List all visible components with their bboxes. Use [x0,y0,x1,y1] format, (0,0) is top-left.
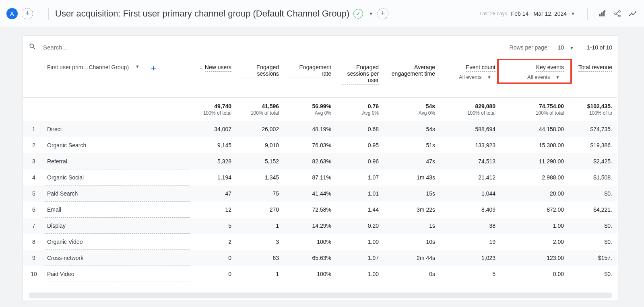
col-total-revenue[interactable]: Total revenue [569,59,617,98]
cell-avg-eng-time: 10s [384,234,440,250]
cell-total-revenue: $19,386. [569,137,617,153]
col-engaged-sessions[interactable]: Engaged sessions [236,59,284,98]
cell-engagement-rate: 87.11% [284,169,336,185]
cell-engaged-per-user: 0.20 [336,218,384,234]
table-scroll-region[interactable]: First user prim…Channel Group) ▼ + ↓New … [23,59,618,288]
rows-per-page-select[interactable]: 10 ▼ [558,44,578,51]
cell-avg-eng-time: 15s [384,185,440,202]
col-engagement-rate[interactable]: Engagement rate [284,59,336,98]
cell-event-count: 1,044 [440,185,500,202]
cell-event-count: 588,694 [440,121,500,137]
chevron-down-icon: ▼ [571,11,575,16]
dimension-value: Organic Search [45,137,190,153]
svg-point-11 [635,11,636,12]
svg-rect-0 [599,14,601,16]
cell-engaged-sessions: 3 [236,234,284,250]
cell-event-count: 19 [440,234,500,250]
add-comparison-button[interactable]: + [22,8,33,19]
cell-new-users: 2 [190,234,236,250]
cell-event-count: 74,513 [440,153,500,169]
col-engaged-per-user[interactable]: Engaged sessions per user [336,59,384,98]
cell-engaged-sessions: 1 [236,266,284,282]
date-range-value: Feb 14 - Mar 12, 2024 [511,10,567,17]
cell-engaged-per-user: 1.01 [336,185,384,202]
add-element-button[interactable]: + [377,8,388,19]
cell-key-events: 44,158.00 [500,121,569,137]
rows-per-page-label: Rows per page: [510,44,549,51]
avatar[interactable]: A [6,8,18,19]
page-range: 1-10 of 10 [587,44,612,51]
cell-engagement-rate: 48.19% [284,121,336,137]
cell-avg-eng-time: 54s [384,121,440,137]
cell-avg-eng-time: 0s [384,266,440,282]
cell-key-events: 1.00 [500,218,569,234]
cell-engaged-per-user: 1.44 [336,202,384,218]
cell-new-users: 12 [190,202,236,218]
chevron-down-icon: ▼ [487,75,491,80]
idx: 1 [23,121,45,137]
header-index [23,59,45,98]
plus-icon: + [381,9,385,18]
dimension-value: Organic Social [45,169,190,185]
svg-point-8 [629,15,630,16]
sort-arrow-icon: ↓ [200,64,202,70]
cell-engagement-rate: 100% [284,234,336,250]
data-table: First user prim…Channel Group) ▼ + ↓New … [23,59,618,282]
cell-key-events: 0.00 [500,266,569,282]
horizontal-scrollbar[interactable] [29,293,612,298]
dimension-value: Email [45,202,190,218]
cell-engagement-rate: 65.63% [284,250,336,266]
cell-new-users: 1,194 [190,169,236,185]
cell-key-events: 872.00 [500,202,569,218]
dimension-header[interactable]: First user prim…Channel Group) ▼ + [45,59,190,98]
cell-engagement-rate: 72.58% [284,202,336,218]
col-new-users[interactable]: ↓New users [190,59,236,98]
status-verified-icon[interactable]: ✓ [353,9,363,19]
dimension-value: Paid Video [45,266,190,282]
idx: 2 [23,137,45,153]
cell-avg-eng-time: 51s [384,137,440,153]
cell-total-revenue: $0. [569,266,617,282]
cell-avg-eng-time: 3m 22s [384,202,440,218]
idx: 7 [23,218,45,234]
cell-total-revenue: $157. [569,250,617,266]
date-range-picker[interactable]: Last 28 days Feb 14 - Mar 12, 2024 ▼ [480,10,579,17]
svg-point-9 [631,13,632,14]
dimension-value: Cross-network [45,250,190,266]
share-icon[interactable] [613,10,621,18]
divider [48,8,49,20]
idx: 3 [23,153,45,169]
cell-engaged-sessions: 1 [236,218,284,234]
cell-engaged-per-user: 1.07 [336,169,384,185]
cell-engaged-per-user: 1.00 [336,234,384,250]
cell-new-users: 47 [190,185,236,202]
cell-total-revenue: $2,425. [569,153,617,169]
top-bar: A + User acquisition: First user primary… [0,0,644,27]
svg-line-6 [616,12,619,13]
col-event-count[interactable]: Event count All events ▼ [440,59,500,98]
idx: 4 [23,169,45,185]
search-input[interactable] [43,44,510,51]
cell-engagement-rate: 100% [284,266,336,282]
cell-key-events: 2,988.00 [500,169,569,185]
cell-engaged-per-user: 1.97 [336,250,384,266]
cell-event-count: 133,923 [440,137,500,153]
add-dimension-icon[interactable]: + [151,64,156,73]
chevron-down-icon: ▼ [570,45,574,50]
svg-rect-1 [601,12,603,16]
cell-engaged-sessions: 1,345 [236,169,284,185]
cell-avg-eng-time: 1s [384,218,440,234]
cell-total-revenue: $4,221. [569,202,617,218]
cell-event-count: 1,023 [440,250,500,266]
insights-icon[interactable] [629,10,637,18]
cell-avg-eng-time: 2m 44s [384,250,440,266]
cell-new-users: 0 [190,250,236,266]
idx: 8 [23,234,45,250]
cell-total-revenue: $1,508. [569,169,617,185]
col-avg-eng-time[interactable]: Average engagement time [384,59,440,98]
edit-chart-icon[interactable] [598,10,606,18]
col-key-events[interactable]: Key events All events ▼ [500,59,569,98]
cell-engagement-rate: 76.03% [284,137,336,153]
cell-engaged-per-user: 0.96 [336,153,384,169]
status-dropdown-icon[interactable]: ▼ [369,11,373,16]
